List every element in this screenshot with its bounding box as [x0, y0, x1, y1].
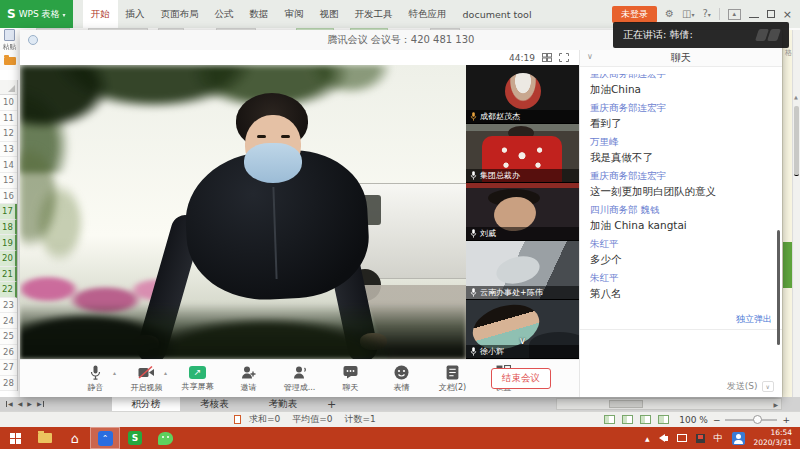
row-header-cell[interactable]: 12	[0, 126, 17, 142]
gear-icon[interactable]: ⚙	[665, 9, 674, 19]
chat-button[interactable]: 聊天	[325, 365, 376, 393]
login-button[interactable]: 未登录	[612, 6, 657, 23]
chat-scrollbar-thumb[interactable]	[777, 230, 780, 345]
collapse-ribbon-icon[interactable]: ▴	[728, 9, 741, 20]
wps-menu-tab[interactable]: 插入	[118, 0, 153, 28]
network-icon[interactable]	[677, 434, 687, 442]
prev-sheet-icon[interactable]: ◀	[18, 401, 23, 407]
wps-logo[interactable]: S WPS 表格 ▾	[0, 0, 73, 28]
participant-video[interactable]: 成都赵茂杰	[466, 65, 579, 124]
select-all-corner[interactable]	[0, 80, 17, 95]
macro-record-icon[interactable]	[234, 415, 241, 424]
minimize-button[interactable]	[749, 17, 759, 18]
next-sheet-icon[interactable]: ▶	[27, 401, 32, 407]
caret-up-icon[interactable]: ▴	[164, 369, 167, 376]
wps-menu-tab[interactable]: document tool	[455, 0, 540, 28]
participant-video[interactable]: 云南办事处+陈伟	[466, 241, 579, 300]
row-header-cell[interactable]: 21	[0, 267, 17, 283]
documents-button[interactable]: 文档(2)	[427, 365, 478, 393]
row-header-cell[interactable]: 11	[0, 111, 17, 127]
row-header-cell[interactable]: 15	[0, 173, 17, 189]
volume-icon[interactable]	[659, 434, 668, 442]
start-button[interactable]	[0, 427, 30, 449]
start-video-button[interactable]: ▴ 开启视频	[121, 365, 172, 393]
row-header-cell[interactable]: 17	[0, 204, 17, 220]
wps-menu-tab[interactable]: 视图	[312, 0, 347, 28]
emoji-button[interactable]: 表情	[376, 365, 427, 393]
participant-video[interactable]: 刘威	[466, 183, 579, 242]
row-header-cell[interactable]: 23	[0, 298, 17, 314]
security-flag-icon[interactable]	[696, 434, 705, 443]
row-header-cell[interactable]: 28	[0, 376, 17, 392]
row-header-cell[interactable]: 16	[0, 189, 17, 205]
wps-menu-tab[interactable]: 开发工具	[347, 0, 401, 28]
zoom-out-button[interactable]: −	[713, 415, 721, 425]
wps-menu-tab[interactable]: 数据	[242, 0, 277, 28]
row-header-cell[interactable]: 26	[0, 345, 17, 361]
layout-grid-icon[interactable]	[542, 53, 552, 62]
user-accounts-icon[interactable]	[732, 432, 745, 445]
sheet-tab[interactable]: 积分榜	[112, 397, 181, 411]
row-header-cell[interactable]: 13	[0, 142, 17, 158]
row-header-cell[interactable]: 18	[0, 220, 17, 236]
hscrollbar-thumb[interactable]	[609, 400, 643, 408]
page-layout-view-icon[interactable]	[622, 415, 633, 424]
horizontal-scrollbar[interactable]: ▶	[556, 398, 782, 410]
row-header-cell[interactable]: 25	[0, 329, 17, 345]
chat-input-area[interactable]	[580, 329, 782, 375]
restore-button[interactable]	[767, 10, 775, 18]
row-header-cell[interactable]: 27	[0, 360, 17, 376]
page-break-view-icon[interactable]	[640, 415, 651, 424]
row-header-cell[interactable]: 19	[0, 235, 17, 251]
scrollbar-thumb[interactable]	[794, 106, 799, 176]
end-meeting-button[interactable]: 结束会议	[491, 368, 551, 389]
ime-indicator[interactable]: 中	[714, 432, 723, 445]
mute-button[interactable]: ▴ 静音	[70, 365, 121, 393]
participant-video[interactable]: ∨ 徐小辉	[466, 300, 579, 359]
scroll-right-icon[interactable]: ▶	[773, 401, 778, 408]
taskbar-clock[interactable]: 16:54 2020/3/31	[754, 428, 792, 448]
first-sheet-icon[interactable]: ◀	[6, 401, 13, 407]
last-sheet-icon[interactable]: ▶	[37, 401, 44, 407]
skin-icon[interactable]: ◫▾	[682, 9, 694, 19]
help-icon[interactable]: ?▾	[702, 9, 710, 19]
wps-menu-tab[interactable]: 页面布局	[153, 0, 207, 28]
wps-paste-button[interactable]: 粘贴	[0, 28, 19, 70]
tray-expand-icon[interactable]: ▲	[645, 435, 650, 442]
chat-message-list[interactable]: 重庆商务部连宏宇 加油China 重庆商务部连宏宇 看到了 万里峰 我是真做不了…	[580, 67, 782, 312]
wps-menu-tab[interactable]: 特色应用	[401, 0, 455, 28]
zoom-slider-knob[interactable]	[753, 415, 762, 424]
fullscreen-icon[interactable]	[559, 53, 569, 62]
wps-menu-tab[interactable]: 公式	[207, 0, 242, 28]
row-header-cell[interactable]: 24	[0, 313, 17, 329]
zoom-slider[interactable]	[725, 419, 777, 421]
folder-icon[interactable]	[4, 57, 16, 65]
custom-view-icon[interactable]	[658, 415, 669, 424]
file-explorer-button[interactable]	[30, 427, 60, 449]
close-button[interactable]: ×	[783, 8, 792, 21]
popout-chat-link[interactable]: 独立弹出	[580, 312, 782, 329]
share-screen-button[interactable]: ↗ 共享屏幕	[172, 366, 223, 392]
wps-menu-tab[interactable]: 开始	[83, 0, 118, 28]
zoom-in-button[interactable]: +	[782, 415, 790, 425]
row-header-cell[interactable]: 10	[0, 95, 17, 111]
wps-taskbar-button[interactable]: S	[120, 427, 150, 449]
wechat-taskbar-button[interactable]	[150, 427, 180, 449]
send-button[interactable]: 发送(S)	[727, 380, 758, 393]
row-header-cell[interactable]: 22	[0, 282, 17, 298]
manage-members-button[interactable]: 管理成...	[274, 365, 325, 393]
send-options-icon[interactable]: ∨	[762, 381, 774, 392]
main-video-feed[interactable]	[20, 65, 466, 359]
normal-view-icon[interactable]	[604, 415, 615, 424]
desktop-home-button[interactable]: ⌂	[60, 427, 90, 449]
sheet-tab[interactable]: 考勤表	[249, 397, 318, 411]
scroll-up-icon[interactable]: ▲	[794, 94, 798, 100]
row-header-cell[interactable]: 20	[0, 251, 17, 267]
invite-button[interactable]: 邀请	[223, 365, 274, 393]
add-sheet-button[interactable]: +	[317, 397, 346, 411]
vertical-scrollbar[interactable]: ▲	[792, 30, 800, 397]
tencent-meeting-taskbar-button[interactable]: ⌃	[90, 427, 120, 449]
row-header-cell[interactable]: 14	[0, 157, 17, 173]
sheet-tab[interactable]: 考核表	[180, 397, 249, 411]
collapse-chat-icon[interactable]: ∨	[587, 52, 593, 61]
